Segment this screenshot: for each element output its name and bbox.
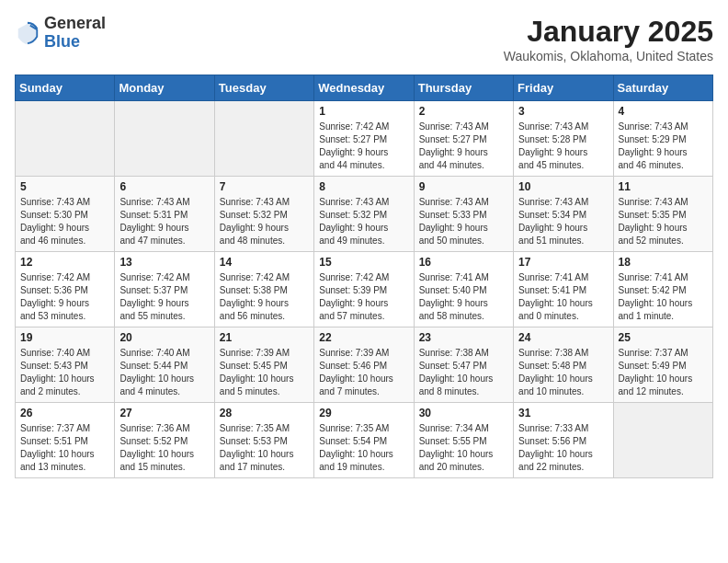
day-number: 31 <box>518 407 608 419</box>
week-row-3: 12Sunrise: 7:42 AM Sunset: 5:36 PM Dayli… <box>16 252 713 327</box>
day-number: 4 <box>619 105 708 118</box>
weekday-header-tuesday: Tuesday <box>214 75 313 101</box>
week-row-5: 26Sunrise: 7:37 AM Sunset: 5:51 PM Dayli… <box>16 403 713 478</box>
day-cell <box>115 101 214 177</box>
day-number: 14 <box>220 256 309 269</box>
day-cell: 1Sunrise: 7:42 AM Sunset: 5:27 PM Daylig… <box>314 101 414 177</box>
day-number: 20 <box>119 331 209 344</box>
day-cell: 14Sunrise: 7:42 AM Sunset: 5:38 PM Dayli… <box>214 252 313 327</box>
day-cell: 27Sunrise: 7:36 AM Sunset: 5:52 PM Dayli… <box>115 403 214 478</box>
day-number: 24 <box>518 331 608 344</box>
day-cell: 25Sunrise: 7:37 AM Sunset: 5:49 PM Dayli… <box>613 327 712 403</box>
weekday-header-thursday: Thursday <box>414 75 513 101</box>
day-info: Sunrise: 7:37 AM Sunset: 5:49 PM Dayligh… <box>619 347 708 398</box>
day-info: Sunrise: 7:42 AM Sunset: 5:37 PM Dayligh… <box>119 271 209 323</box>
day-number: 30 <box>419 407 508 419</box>
logo-general-text: General <box>44 14 106 32</box>
logo: General Blue <box>15 15 106 52</box>
day-cell: 2Sunrise: 7:43 AM Sunset: 5:27 PM Daylig… <box>414 101 513 177</box>
day-info: Sunrise: 7:41 AM Sunset: 5:42 PM Dayligh… <box>619 271 708 323</box>
calendar-table: SundayMondayTuesdayWednesdayThursdayFrid… <box>15 75 713 478</box>
location-text: Waukomis, Oklahoma, United States <box>504 49 713 63</box>
month-title: January 2025 <box>504 15 713 49</box>
day-info: Sunrise: 7:33 AM Sunset: 5:56 PM Dayligh… <box>518 422 608 474</box>
day-cell: 24Sunrise: 7:38 AM Sunset: 5:48 PM Dayli… <box>514 327 613 403</box>
day-info: Sunrise: 7:43 AM Sunset: 5:31 PM Dayligh… <box>119 196 209 247</box>
day-info: Sunrise: 7:42 AM Sunset: 5:39 PM Dayligh… <box>319 271 408 323</box>
day-cell: 19Sunrise: 7:40 AM Sunset: 5:43 PM Dayli… <box>16 327 115 403</box>
day-cell: 11Sunrise: 7:43 AM Sunset: 5:35 PM Dayli… <box>613 177 712 252</box>
day-cell <box>613 403 712 478</box>
day-info: Sunrise: 7:41 AM Sunset: 5:40 PM Dayligh… <box>419 271 508 323</box>
day-number: 6 <box>119 180 209 193</box>
logo-icon <box>15 20 40 46</box>
day-info: Sunrise: 7:42 AM Sunset: 5:38 PM Dayligh… <box>220 271 309 323</box>
weekday-header-wednesday: Wednesday <box>314 75 414 101</box>
day-number: 18 <box>619 256 708 269</box>
weekday-header-row: SundayMondayTuesdayWednesdayThursdayFrid… <box>16 75 713 101</box>
day-number: 29 <box>319 407 408 419</box>
day-number: 15 <box>319 256 408 269</box>
day-number: 23 <box>419 331 508 344</box>
day-number: 19 <box>20 331 109 344</box>
day-cell: 31Sunrise: 7:33 AM Sunset: 5:56 PM Dayli… <box>514 403 613 478</box>
day-info: Sunrise: 7:41 AM Sunset: 5:41 PM Dayligh… <box>518 271 608 323</box>
day-cell <box>214 101 313 177</box>
day-cell: 6Sunrise: 7:43 AM Sunset: 5:31 PM Daylig… <box>115 177 214 252</box>
day-cell: 30Sunrise: 7:34 AM Sunset: 5:55 PM Dayli… <box>414 403 513 478</box>
day-info: Sunrise: 7:43 AM Sunset: 5:35 PM Dayligh… <box>619 196 708 247</box>
day-info: Sunrise: 7:42 AM Sunset: 5:36 PM Dayligh… <box>20 271 109 323</box>
day-info: Sunrise: 7:38 AM Sunset: 5:48 PM Dayligh… <box>518 347 608 398</box>
page-header: General Blue January 2025 Waukomis, Okla… <box>15 15 713 63</box>
weekday-header-monday: Monday <box>115 75 214 101</box>
day-info: Sunrise: 7:35 AM Sunset: 5:53 PM Dayligh… <box>220 422 309 474</box>
day-cell: 9Sunrise: 7:43 AM Sunset: 5:33 PM Daylig… <box>414 177 513 252</box>
day-cell: 26Sunrise: 7:37 AM Sunset: 5:51 PM Dayli… <box>16 403 115 478</box>
day-info: Sunrise: 7:37 AM Sunset: 5:51 PM Dayligh… <box>20 422 109 474</box>
day-cell: 15Sunrise: 7:42 AM Sunset: 5:39 PM Dayli… <box>314 252 414 327</box>
day-cell: 21Sunrise: 7:39 AM Sunset: 5:45 PM Dayli… <box>214 327 313 403</box>
day-cell: 8Sunrise: 7:43 AM Sunset: 5:32 PM Daylig… <box>314 177 414 252</box>
day-number: 16 <box>419 256 508 269</box>
day-cell: 10Sunrise: 7:43 AM Sunset: 5:34 PM Dayli… <box>514 177 613 252</box>
day-cell <box>16 101 115 177</box>
day-cell: 29Sunrise: 7:35 AM Sunset: 5:54 PM Dayli… <box>314 403 414 478</box>
day-number: 12 <box>20 256 109 269</box>
day-info: Sunrise: 7:43 AM Sunset: 5:32 PM Dayligh… <box>220 196 309 247</box>
day-cell: 12Sunrise: 7:42 AM Sunset: 5:36 PM Dayli… <box>16 252 115 327</box>
day-info: Sunrise: 7:39 AM Sunset: 5:45 PM Dayligh… <box>220 347 309 398</box>
day-number: 27 <box>119 407 209 419</box>
day-number: 28 <box>220 407 309 419</box>
day-info: Sunrise: 7:43 AM Sunset: 5:32 PM Dayligh… <box>319 196 408 247</box>
day-cell: 16Sunrise: 7:41 AM Sunset: 5:40 PM Dayli… <box>414 252 513 327</box>
day-info: Sunrise: 7:42 AM Sunset: 5:27 PM Dayligh… <box>319 121 408 172</box>
day-number: 2 <box>419 105 508 118</box>
day-cell: 22Sunrise: 7:39 AM Sunset: 5:46 PM Dayli… <box>314 327 414 403</box>
day-number: 9 <box>419 180 508 193</box>
day-info: Sunrise: 7:40 AM Sunset: 5:44 PM Dayligh… <box>119 347 209 398</box>
day-number: 26 <box>20 407 109 419</box>
day-cell: 28Sunrise: 7:35 AM Sunset: 5:53 PM Dayli… <box>214 403 313 478</box>
day-number: 8 <box>319 180 408 193</box>
day-info: Sunrise: 7:43 AM Sunset: 5:30 PM Dayligh… <box>20 196 109 247</box>
day-info: Sunrise: 7:38 AM Sunset: 5:47 PM Dayligh… <box>419 347 508 398</box>
logo-blue-text: Blue <box>44 32 80 51</box>
day-info: Sunrise: 7:43 AM Sunset: 5:34 PM Dayligh… <box>518 196 608 247</box>
day-info: Sunrise: 7:43 AM Sunset: 5:33 PM Dayligh… <box>419 196 508 247</box>
day-info: Sunrise: 7:43 AM Sunset: 5:29 PM Dayligh… <box>619 121 708 172</box>
day-cell: 7Sunrise: 7:43 AM Sunset: 5:32 PM Daylig… <box>214 177 313 252</box>
week-row-2: 5Sunrise: 7:43 AM Sunset: 5:30 PM Daylig… <box>16 177 713 252</box>
day-number: 21 <box>220 331 309 344</box>
title-block: January 2025 Waukomis, Oklahoma, United … <box>504 15 713 63</box>
day-cell: 20Sunrise: 7:40 AM Sunset: 5:44 PM Dayli… <box>115 327 214 403</box>
weekday-header-sunday: Sunday <box>16 75 115 101</box>
day-cell: 5Sunrise: 7:43 AM Sunset: 5:30 PM Daylig… <box>16 177 115 252</box>
day-number: 5 <box>20 180 109 193</box>
day-cell: 3Sunrise: 7:43 AM Sunset: 5:28 PM Daylig… <box>514 101 613 177</box>
week-row-1: 1Sunrise: 7:42 AM Sunset: 5:27 PM Daylig… <box>16 101 713 177</box>
day-number: 22 <box>319 331 408 344</box>
day-number: 13 <box>119 256 209 269</box>
day-cell: 13Sunrise: 7:42 AM Sunset: 5:37 PM Dayli… <box>115 252 214 327</box>
day-cell: 4Sunrise: 7:43 AM Sunset: 5:29 PM Daylig… <box>613 101 712 177</box>
day-number: 25 <box>619 331 708 344</box>
